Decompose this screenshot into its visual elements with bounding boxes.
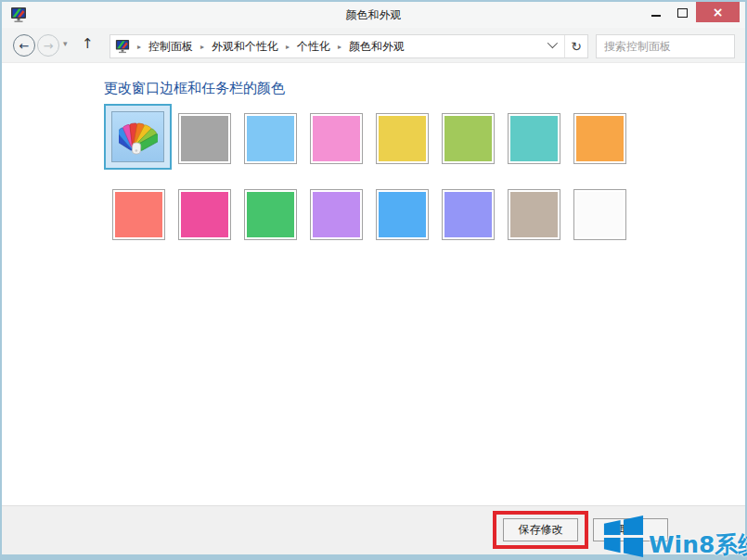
up-button[interactable]: ↑ xyxy=(82,35,94,52)
color-swatch-gray[interactable] xyxy=(178,113,231,164)
minimize-icon xyxy=(651,15,661,17)
swatch-fill xyxy=(115,192,162,237)
back-icon: ← xyxy=(19,39,30,53)
page-title: 更改窗口边框和任务栏的颜色 xyxy=(104,80,285,97)
color-swatch-taupe[interactable] xyxy=(508,189,560,240)
swatch-fill xyxy=(181,116,228,161)
swatch-fill xyxy=(379,192,426,237)
caret-down-icon: ▾ xyxy=(63,39,68,48)
breadcrumb-separator-icon: ▸ xyxy=(193,43,212,51)
breadcrumb-separator-icon: ▸ xyxy=(278,43,297,51)
color-swatch-periwinkle[interactable] xyxy=(442,189,495,240)
window-title: 颜色和外观 xyxy=(2,2,745,28)
main-content: 更改窗口边框和任务栏的颜色 xyxy=(2,64,745,505)
swatch-fill xyxy=(576,116,624,161)
swatch-fill xyxy=(247,192,294,237)
swatch-fill xyxy=(111,111,164,162)
maximize-button[interactable] xyxy=(669,2,696,22)
save-changes-button[interactable]: 保存修改 xyxy=(503,518,578,541)
color-swatch-white[interactable] xyxy=(573,189,626,240)
up-arrow-icon: ↑ xyxy=(82,35,94,52)
breadcrumb-separator-icon: ▸ xyxy=(330,43,349,51)
swatch-fill xyxy=(379,116,426,161)
watermark-text: Win8系统之家 xyxy=(649,533,747,556)
maximize-icon xyxy=(677,8,688,18)
breadcrumb-item-1[interactable]: 控制面板 xyxy=(148,39,193,55)
close-button[interactable]: × xyxy=(696,2,740,22)
refresh-icon: ↻ xyxy=(571,39,582,54)
swatch-fill xyxy=(181,192,228,237)
close-icon: × xyxy=(713,5,724,19)
search-box xyxy=(596,34,735,58)
windows-logo-icon xyxy=(601,515,645,558)
swatch-fill xyxy=(247,116,294,161)
breadcrumb-separator-icon: ▸ xyxy=(130,43,148,51)
color-swatch-automatic-selected[interactable] xyxy=(104,104,172,170)
minimize-button[interactable] xyxy=(642,2,669,22)
color-swatch-blue[interactable] xyxy=(376,189,429,240)
color-swatch-teal[interactable] xyxy=(508,113,560,164)
color-swatch-coral[interactable] xyxy=(112,189,165,240)
color-swatch-sky-blue[interactable] xyxy=(244,113,297,164)
address-dropdown-chevron-icon[interactable] xyxy=(547,38,558,48)
swatch-fill xyxy=(313,116,360,161)
history-dropdown-button[interactable]: ▾ xyxy=(63,39,68,48)
color-swatch-emerald[interactable] xyxy=(244,189,297,240)
swatch-row-2 xyxy=(112,189,639,240)
color-swatch-magenta[interactable] xyxy=(178,189,231,240)
refresh-button[interactable]: ↻ xyxy=(565,35,587,57)
breadcrumb-item-4[interactable]: 颜色和外观 xyxy=(349,39,405,55)
color-swatch-yellow[interactable] xyxy=(376,113,429,164)
swatch-row-1 xyxy=(104,113,639,170)
display-icon xyxy=(115,39,130,54)
watermark: Win8系统之家 xyxy=(601,515,747,558)
swatch-fill xyxy=(510,116,558,161)
color-swatch-orange[interactable] xyxy=(573,113,626,164)
color-swatch-lavender[interactable] xyxy=(310,189,363,240)
navigation-bar: ← → ▾ ↑ ▸控制面板▸外观和个性化▸个性化▸颜色和外观 ↻ xyxy=(2,28,745,63)
breadcrumb-item-3[interactable]: 个性化 xyxy=(297,39,330,55)
breadcrumb-item-2[interactable]: 外观和个性化 xyxy=(212,39,278,55)
swatch-fill xyxy=(444,192,492,237)
titlebar: 颜色和外观 × xyxy=(2,2,745,28)
back-button[interactable]: ← xyxy=(13,34,35,57)
window: 颜色和外观 × ← → ▾ ↑ ▸控制面板▸外观和个性化▸个性化▸颜色和外观 ↻ xyxy=(0,0,747,560)
swatch-fill xyxy=(510,192,558,237)
swatch-fill xyxy=(444,116,492,161)
address-bar[interactable]: ▸控制面板▸外观和个性化▸个性化▸颜色和外观 ↻ xyxy=(109,34,588,58)
forward-button[interactable]: → xyxy=(37,34,59,57)
search-input[interactable] xyxy=(597,40,747,53)
forward-icon: → xyxy=(44,39,54,53)
color-swatch-pink[interactable] xyxy=(310,113,363,164)
color-swatch-green[interactable] xyxy=(442,113,495,164)
swatch-fill xyxy=(576,192,624,237)
color-fan-icon xyxy=(119,119,158,156)
swatch-fill xyxy=(313,192,360,237)
breadcrumb: ▸控制面板▸外观和个性化▸个性化▸颜色和外观 xyxy=(130,39,542,55)
